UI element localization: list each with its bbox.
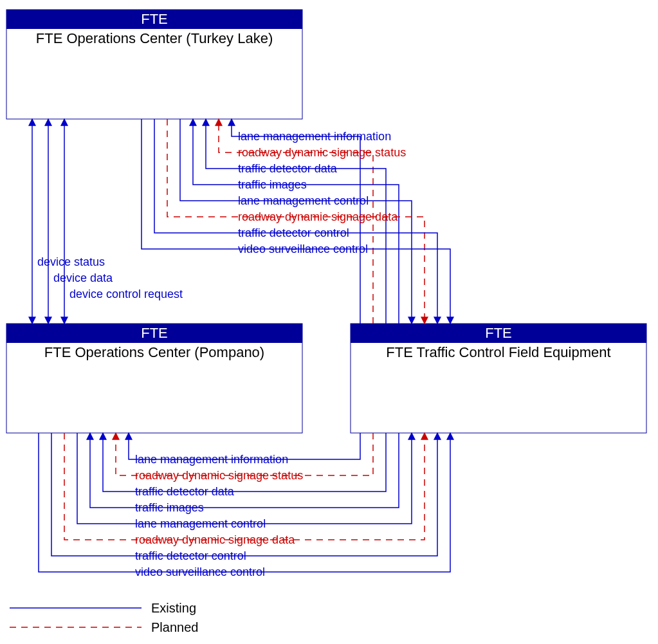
flow-label: lane management control — [135, 517, 266, 530]
flow-label: traffic images — [135, 501, 204, 514]
flow-label: lane management information — [135, 453, 288, 466]
flow-label: traffic detector control — [135, 549, 246, 562]
node-title: FTE Operations Center (Pompano) — [44, 344, 264, 360]
flow-label: roadway dynamic signage data — [238, 210, 398, 223]
legend-planned-label: Planned — [151, 620, 198, 634]
flows-turkey-field: lane management informationroadway dynam… — [142, 119, 450, 324]
flow-label: device control request — [69, 288, 183, 300]
node-fte-field-equipment: FTE FTE Traffic Control Field Equipment — [351, 324, 646, 433]
flow-label: roadway dynamic signage status — [135, 469, 303, 482]
flow-label: roadway dynamic signage data — [135, 533, 295, 546]
architecture-diagram: FTE FTE Operations Center (Turkey Lake) … — [0, 0, 658, 644]
legend-existing-label: Existing — [151, 601, 196, 615]
node-title: FTE Traffic Control Field Equipment — [386, 344, 610, 360]
flow-label: video surveillance control — [238, 243, 368, 255]
flows-pompano-field: lane management informationroadway dynam… — [39, 433, 450, 578]
flow-label: traffic images — [238, 178, 307, 191]
node-title: FTE Operations Center (Turkey Lake) — [36, 30, 273, 46]
flow-label: lane management control — [238, 194, 369, 207]
node-header-label: FTE — [485, 325, 512, 341]
flow-label: lane management information — [238, 130, 391, 143]
flow-label: traffic detector control — [238, 226, 349, 239]
node-header-label: FTE — [141, 11, 168, 27]
flows-turkey-pompano: device statusdevice datadevice control r… — [32, 119, 183, 324]
flow-label: device status — [37, 255, 105, 268]
flow-label: device data — [53, 271, 113, 284]
flow-label: traffic detector data — [135, 485, 235, 498]
flow-label: traffic detector data — [238, 162, 338, 175]
flow-label: video surveillance control — [135, 566, 265, 578]
flow-label: roadway dynamic signage status — [238, 146, 406, 159]
node-fte-turkey-lake: FTE FTE Operations Center (Turkey Lake) — [6, 10, 302, 119]
node-fte-pompano: FTE FTE Operations Center (Pompano) — [6, 324, 302, 433]
legend: Existing Planned — [10, 601, 198, 634]
node-header-label: FTE — [141, 325, 168, 341]
